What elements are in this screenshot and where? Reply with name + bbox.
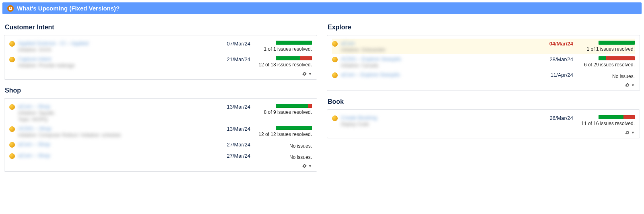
version-subtext: Initiative: Squalls <box>18 110 211 116</box>
versions-card: Create BookingDeploy Code26/Mar/2411 of … <box>327 109 640 138</box>
release-date: 21/Mar/24 <box>214 56 250 62</box>
section-title: Shop <box>5 87 317 94</box>
progress-text: No issues. <box>254 143 312 149</box>
version-row[interactable]: aCom – ShopInitiative: SquallsTopic: N/O… <box>9 102 312 124</box>
release-date: 26/Mar/24 <box>537 115 573 121</box>
version-row[interactable]: aCom – Shop27/Mar/24No issues. <box>9 151 312 162</box>
version-name[interactable]: Capture Intent <box>18 56 211 62</box>
version-icon <box>332 57 338 62</box>
progress-bar[interactable] <box>599 115 635 119</box>
progress-text: 12 of 12 issues resolved. <box>254 132 312 138</box>
section-title: Book <box>328 98 640 105</box>
card-settings-button[interactable]: ▼ <box>625 130 635 135</box>
gear-icon <box>625 82 630 88</box>
gear-icon <box>302 71 307 76</box>
gear-icon <box>625 130 630 135</box>
version-icon <box>9 104 15 110</box>
release-date: 28/Mar/24 <box>537 56 573 62</box>
version-name[interactable]: ACDG – Shop <box>18 126 211 132</box>
progress-bar[interactable] <box>276 104 312 108</box>
section-title: Customer Intent <box>5 24 317 31</box>
version-name[interactable]: aCom <box>341 40 534 46</box>
version-subtext: Initiative: Onboarden <box>341 47 534 53</box>
versions-card: Applied Science - CI – AppliedInitiative… <box>4 35 317 80</box>
version-icon <box>332 115 338 121</box>
release-date: 27/Mar/24 <box>214 141 250 148</box>
release-date: 13/Mar/24 <box>214 103 250 110</box>
version-row[interactable]: Applied Science - CI – AppliedInitiative… <box>9 39 312 54</box>
progress-text: 1 of 1 issues resolved. <box>254 46 312 52</box>
version-name[interactable]: aCom – Explore Seaspits <box>341 72 534 78</box>
progress-text: No issues. <box>254 154 312 160</box>
caret-down-icon: ▼ <box>631 83 635 87</box>
progress-bar[interactable] <box>276 56 312 60</box>
release-date: 11/Apr/24 <box>537 72 573 78</box>
version-icon <box>9 126 15 132</box>
version-subtext: Initiative: Provide redesign <box>18 63 211 68</box>
version-icon <box>332 41 338 47</box>
caret-down-icon: ▼ <box>308 72 312 76</box>
progress-text: 11 of 16 issues resolved. <box>576 121 635 127</box>
progress-bar[interactable] <box>276 41 312 45</box>
version-icon <box>9 153 15 159</box>
progress-bar[interactable] <box>276 126 312 130</box>
version-name[interactable]: aCom – Shop <box>18 141 211 147</box>
version-row[interactable]: aComInitiative: Onboarden04/Mar/241 of 1… <box>332 39 635 54</box>
version-row[interactable]: aCom – Explore Seaspits11/Apr/24No issue… <box>332 70 635 81</box>
card-settings-button[interactable]: ▼ <box>625 82 635 88</box>
version-name[interactable]: aCom – Shop <box>18 103 211 109</box>
version-row[interactable]: Capture IntentInitiative: Provide redesi… <box>9 54 312 70</box>
version-row[interactable]: Create BookingDeploy Code26/Mar/2411 of … <box>332 113 635 129</box>
card-settings-button[interactable]: ▼ <box>302 71 312 76</box>
section-title: Explore <box>328 24 640 31</box>
version-row[interactable]: ACDG – ShopInitiative: Composer Rollout … <box>9 124 312 140</box>
progress-text: 6 of 29 issues resolved. <box>576 62 635 68</box>
version-name[interactable]: ACDG – Explore Seaspits <box>341 56 534 62</box>
version-name[interactable]: aCom – Shop <box>18 152 211 158</box>
progress-text: 1 of 1 issues resolved. <box>576 46 635 52</box>
versions-card: aCom – ShopInitiative: SquallsTopic: N/O… <box>4 98 317 172</box>
release-date: 04/Mar/24 <box>537 40 573 47</box>
version-row[interactable]: aCom – Shop27/Mar/24No issues. <box>9 140 312 151</box>
caret-down-icon: ▼ <box>308 164 312 168</box>
progress-text: No issues. <box>576 74 635 80</box>
card-settings-button[interactable]: ▼ <box>302 163 312 169</box>
version-name[interactable]: Applied Science - CI – Applied <box>18 40 211 46</box>
progress-text: 12 of 18 issues resolved. <box>254 62 312 68</box>
version-subtext: Topic: N/OPQ <box>18 117 211 122</box>
release-date: 07/Mar/24 <box>214 40 250 47</box>
panel-header: What's Upcoming (Fixed Versions)? <box>2 2 642 14</box>
release-date: 13/Mar/24 <box>214 126 250 132</box>
version-icon <box>9 41 15 47</box>
release-date: 27/Mar/24 <box>214 152 250 159</box>
version-row[interactable]: ACDG – Explore SeaspitsInitiative: Canad… <box>332 54 635 70</box>
version-icon <box>332 72 338 78</box>
progress-bar[interactable] <box>599 56 635 60</box>
progress-bar[interactable] <box>599 41 635 45</box>
panel-title: What's Upcoming (Fixed Versions)? <box>17 5 120 12</box>
version-subtext: Initiative: Composer Rollout / Initiativ… <box>18 132 211 138</box>
versions-card: aComInitiative: Onboarden04/Mar/241 of 1… <box>327 35 640 91</box>
version-icon <box>9 57 15 62</box>
version-subtext: Initiative: Canada <box>341 63 534 68</box>
caret-down-icon: ▼ <box>631 131 635 135</box>
version-subtext: Deploy Code <box>341 121 534 127</box>
gear-icon <box>302 163 307 169</box>
version-icon <box>9 142 15 148</box>
progress-text: 8 of 9 issues resolved. <box>254 109 312 115</box>
version-subtext: Initiative: XXXX <box>18 47 211 53</box>
clock-icon <box>7 5 14 12</box>
version-name[interactable]: Create Booking <box>341 115 534 121</box>
